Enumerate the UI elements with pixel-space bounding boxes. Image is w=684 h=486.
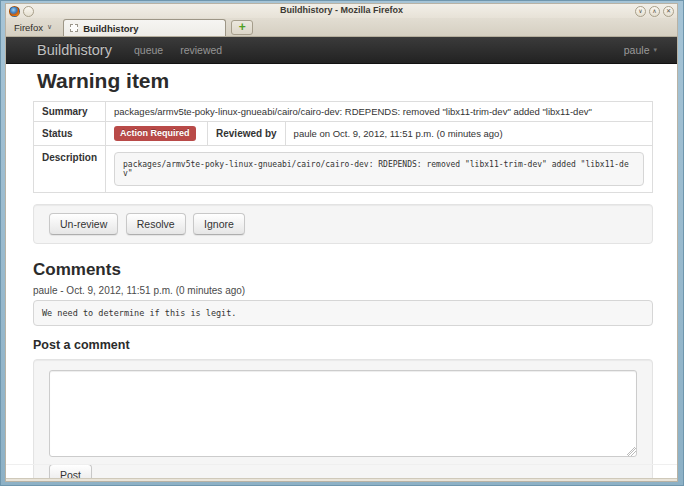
post-comment-heading: Post a comment	[33, 338, 653, 352]
post-button-row: Post	[49, 464, 637, 478]
firefox-menu-label: Firefox	[14, 22, 43, 33]
summary-label: Summary	[34, 102, 106, 122]
caret-down-icon: ▾	[653, 46, 657, 54]
description-row: Description packages/armv5te-poky-linux-…	[34, 146, 653, 193]
window-title: Buildhistory - Mozilla Firefox	[6, 5, 677, 15]
brand-link[interactable]: Buildhistory	[37, 42, 112, 58]
warning-item-table: Summary packages/armv5te-poky-linux-gnue…	[33, 101, 653, 193]
description-cell: packages/armv5te-poky-linux-gnueabi/cair…	[106, 146, 653, 193]
summary-row: Summary packages/armv5te-poky-linux-gnue…	[34, 102, 653, 122]
tab-buildhistory[interactable]: Buildhistory	[63, 19, 226, 36]
user-dropdown[interactable]: paule ▾	[624, 44, 657, 56]
maximize-button[interactable]: ∧	[649, 6, 660, 17]
plus-icon: +	[239, 20, 246, 34]
status-row: Status Action Required Reviewed by paule…	[34, 122, 653, 146]
description-pre: packages/armv5te-poky-linux-gnueabi/cair…	[114, 152, 644, 186]
user-name: paule	[624, 44, 650, 56]
minimize-button[interactable]: ∨	[635, 6, 646, 17]
container: Warning item Summary packages/armv5te-po…	[33, 64, 653, 478]
reviewed-by-value: paule on Oct. 9, 2012, 11:51 p.m. (0 min…	[285, 122, 652, 146]
window-bottom-strip	[6, 478, 677, 481]
new-tab-button[interactable]: +	[231, 20, 253, 35]
description-label: Description	[34, 146, 106, 193]
post-comment-well: Post	[33, 359, 653, 478]
comment-meta: paule - Oct. 9, 2012, 11:51 p.m. (0 minu…	[33, 285, 653, 296]
chevron-down-icon: ∨	[47, 23, 52, 31]
unreview-button[interactable]: Un-review	[49, 213, 118, 235]
status-badge: Action Required	[114, 126, 196, 141]
status-label: Status	[34, 122, 106, 146]
summary-value: packages/armv5te-poky-linux-gnueabi/cair…	[106, 102, 653, 122]
ignore-button[interactable]: Ignore	[193, 213, 245, 235]
page-title: Warning item	[37, 69, 653, 93]
firefox-app-icon	[9, 6, 20, 17]
status-cell: Action Required	[106, 122, 208, 146]
page-bottom-divider	[6, 464, 677, 465]
firefox-window: Buildhistory - Mozilla Firefox ∨ ∧ ✕ Fir…	[5, 3, 678, 482]
page-content: Warning item Summary packages/armv5te-po…	[6, 64, 677, 478]
actions-well: Un-review Resolve Ignore	[33, 204, 653, 244]
window-frame: Buildhistory - Mozilla Firefox ∨ ∧ ✕ Fir…	[0, 0, 684, 486]
titlebar[interactable]: Buildhistory - Mozilla Firefox ∨ ∧ ✕	[6, 4, 677, 18]
firefox-menu-button[interactable]: Firefox ∨	[9, 19, 59, 36]
comment-textarea[interactable]	[49, 370, 637, 457]
tab-label: Buildhistory	[83, 23, 138, 34]
window-controls: ∨ ∧ ✕	[632, 6, 674, 17]
post-button[interactable]: Post	[49, 464, 92, 478]
tab-bar: Firefox ∨ Buildhistory +	[6, 18, 677, 37]
nav-item-queue[interactable]: queue	[134, 44, 163, 56]
close-button[interactable]: ✕	[663, 6, 674, 17]
resolve-button[interactable]: Resolve	[126, 213, 186, 235]
comment-body: We need to determine if this is legit.	[33, 300, 653, 326]
app-navbar: Buildhistory queue reviewed paule ▾	[6, 37, 677, 64]
reviewed-by-label: Reviewed by	[208, 122, 286, 146]
default-favicon-icon	[70, 24, 78, 32]
nav-item-reviewed[interactable]: reviewed	[180, 44, 222, 56]
comments-heading: Comments	[33, 260, 653, 280]
window-menu-button[interactable]	[23, 6, 34, 17]
